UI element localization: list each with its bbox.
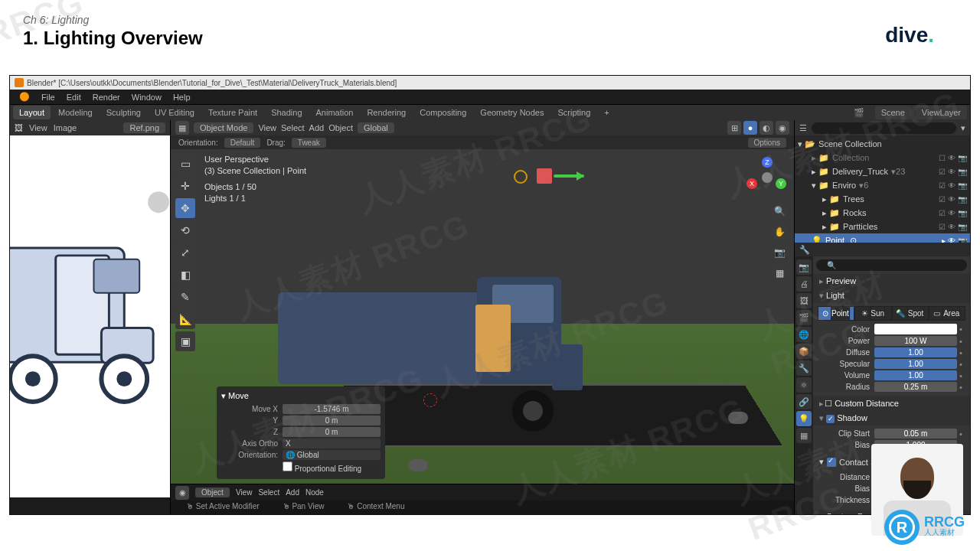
specular-value[interactable]: 1.00: [874, 359, 957, 369]
workspace-rendering[interactable]: Rendering: [361, 106, 412, 119]
outliner-type-icon[interactable]: ☰: [799, 123, 807, 133]
outliner-item[interactable]: ▸ 📁 Rocks☑ 👁 📷: [795, 206, 970, 220]
prop-edit-checkbox[interactable]: [283, 461, 292, 471]
zoom-icon[interactable]: 🔍: [771, 203, 788, 220]
vp-menu-object[interactable]: Object: [328, 123, 353, 132]
properties-search[interactable]: [816, 259, 967, 271]
outliner-item[interactable]: ▸ 📁 Collection☐ 👁 📷: [795, 151, 970, 165]
gizmo-plane-icon[interactable]: [537, 168, 552, 184]
3d-viewport[interactable]: User Perspective (3) Scene Collection | …: [171, 149, 794, 484]
move-z-value[interactable]: 0 m: [283, 427, 381, 437]
shading-material-icon[interactable]: ◐: [760, 121, 773, 135]
outliner-item[interactable]: ▸ 📁 Trees☑ 👁 📷: [795, 192, 970, 206]
outliner[interactable]: ▾ 📂 Scene Collection ▸ 📁 Collection☐ 👁 📷…: [795, 135, 970, 243]
redo-panel-title[interactable]: ▾ Move: [221, 391, 381, 401]
panel-light[interactable]: Light: [813, 289, 970, 303]
outliner-search[interactable]: [812, 122, 956, 134]
outliner-item[interactable]: ▾ 📁 Enviro ▾6☑ 👁 📷: [795, 178, 970, 192]
filter-icon[interactable]: ▾: [961, 123, 965, 133]
orientation-value[interactable]: Default: [224, 138, 261, 148]
image-menu-image[interactable]: Image: [54, 123, 77, 132]
prop-tab-texture[interactable]: ▦: [796, 428, 812, 443]
tool-rotate[interactable]: ⟲: [175, 220, 195, 240]
scene-icon[interactable]: 🎬: [848, 106, 871, 120]
node-object-selector[interactable]: Object: [195, 487, 230, 497]
prop-tab-object[interactable]: 📦: [796, 344, 812, 359]
prop-tab-output[interactable]: 🖨: [796, 276, 812, 292]
move-y-value[interactable]: 0 m: [283, 416, 381, 425]
drag-value[interactable]: Tweak: [292, 138, 326, 148]
blender-logo-icon[interactable]: 🟠: [15, 90, 34, 103]
scene-selector[interactable]: Scene: [875, 106, 911, 119]
volume-value[interactable]: 1.00: [874, 370, 957, 380]
axis-z-icon[interactable]: Z: [762, 157, 773, 168]
gizmo-center-icon[interactable]: [514, 170, 528, 184]
prop-tab-modifiers[interactable]: 🔧: [796, 360, 812, 376]
outliner-item[interactable]: ▸ 📁 Partticles☑ 👁 📷: [795, 220, 970, 233]
editor-type-icon[interactable]: ◉: [175, 486, 189, 500]
camera-icon[interactable]: 📷: [771, 244, 788, 261]
vp-menu-add[interactable]: Add: [309, 123, 325, 132]
redo-panel[interactable]: ▾ Move Move X-1.5746 m Y0 m Z0 m Axis Or…: [217, 386, 385, 479]
prop-tab-scene[interactable]: 🎬: [796, 310, 812, 325]
workspace-sculpting[interactable]: Sculpting: [100, 106, 147, 119]
mode-selector[interactable]: Object Mode: [194, 122, 253, 133]
editor-type-icon[interactable]: ▦: [175, 121, 189, 135]
panel-preview[interactable]: Preview: [813, 274, 970, 289]
workspace-scripting[interactable]: Scripting: [551, 106, 596, 119]
diffuse-value[interactable]: 1.00: [874, 347, 957, 357]
move-gizmo[interactable]: [514, 168, 583, 202]
workspace-shading[interactable]: Shading: [265, 106, 308, 119]
workspace-add[interactable]: +: [598, 106, 615, 119]
orientation-value[interactable]: 🌐 Global: [283, 450, 381, 460]
tool-select-box[interactable]: ▭: [175, 154, 195, 174]
tool-add-cube[interactable]: ▣: [175, 331, 195, 351]
prop-tab-data-light[interactable]: 💡: [796, 411, 812, 426]
vp-menu-view[interactable]: View: [258, 123, 276, 132]
viewlayer-selector[interactable]: ViewLayer: [916, 106, 967, 119]
radius-value[interactable]: 0.25 m: [874, 382, 957, 392]
node-menu-node[interactable]: Node: [305, 488, 324, 497]
light-type-area[interactable]: ▭ Area: [929, 306, 965, 321]
power-value[interactable]: 100 W: [874, 336, 957, 346]
menu-edit[interactable]: Edit: [62, 91, 86, 103]
workspace-geonodes[interactable]: Geometry Nodes: [474, 106, 550, 119]
light-type-point[interactable]: ⊙ Point: [818, 306, 854, 321]
tool-cursor[interactable]: ✛: [175, 176, 195, 196]
shading-solid-icon[interactable]: ●: [743, 121, 757, 135]
prop-tab-render[interactable]: 📷: [796, 259, 812, 275]
light-type-spot[interactable]: 🔦 Spot: [892, 306, 929, 321]
tool-measure[interactable]: 📐: [175, 309, 195, 329]
editor-type-icon[interactable]: 🖼: [15, 123, 23, 132]
axis-neg-icon[interactable]: [762, 172, 773, 183]
workspace-texture[interactable]: Texture Paint: [202, 106, 263, 119]
workspace-animation[interactable]: Animation: [310, 106, 360, 119]
panel-custom-distance[interactable]: ☐ Custom Distance: [813, 396, 970, 411]
axis-ortho-value[interactable]: X: [283, 439, 381, 448]
tool-move[interactable]: ✥: [175, 198, 195, 218]
outliner-root[interactable]: ▾ 📂 Scene Collection: [795, 137, 970, 151]
node-menu-select[interactable]: Select: [258, 488, 279, 497]
outliner-item-selected[interactable]: 💡 Point ⊙▸ 👁 📷: [795, 233, 970, 243]
image-filename[interactable]: Ref.png: [123, 122, 165, 133]
reference-image[interactable]: [10, 135, 170, 497]
move-x-value[interactable]: -1.5746 m: [283, 404, 381, 414]
axis-y-icon[interactable]: Y: [776, 178, 786, 189]
vp-menu-select[interactable]: Select: [281, 123, 305, 132]
workspace-modeling[interactable]: Modeling: [52, 106, 99, 119]
options-dropdown[interactable]: Options: [748, 138, 786, 148]
perspective-icon[interactable]: ▦: [771, 265, 788, 282]
tool-annotate[interactable]: ✎: [175, 287, 195, 307]
menu-render[interactable]: Render: [88, 91, 125, 103]
light-type-selector[interactable]: ⊙ Point ☀ Sun 🔦 Spot ▭ Area: [818, 306, 965, 321]
tool-scale[interactable]: ⤢: [175, 243, 195, 262]
image-menu-view[interactable]: View: [29, 123, 47, 132]
prop-tab-viewlayer[interactable]: 🖼: [796, 293, 812, 308]
transform-orientation[interactable]: Global: [358, 122, 394, 133]
shading-rendered-icon[interactable]: ◉: [776, 121, 789, 135]
prop-tab-world[interactable]: 🌐: [796, 327, 812, 342]
menu-window[interactable]: Window: [127, 91, 166, 103]
prop-tab-physics[interactable]: ⚛: [796, 377, 812, 393]
color-swatch[interactable]: [874, 324, 957, 334]
node-menu-add[interactable]: Add: [286, 488, 299, 497]
